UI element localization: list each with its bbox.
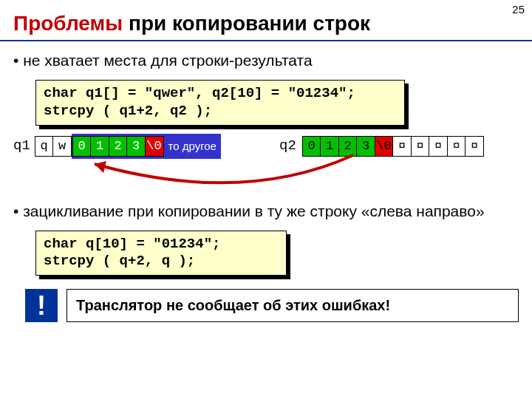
title-accent: Проблемы <box>13 12 123 35</box>
blue-text: то другое <box>168 140 216 152</box>
memory-cell: ¤ <box>411 136 430 157</box>
code-1-text: char q1[] = "qwer", q2[10] = "01234"; st… <box>35 80 405 126</box>
title-rest: при копировании строк <box>123 12 370 35</box>
memory-cell: ¤ <box>447 136 466 157</box>
svg-marker-0 <box>95 161 106 173</box>
title-divider <box>0 40 532 41</box>
code-box-2: char q[10] = "01234"; strcpy ( q+2, q ); <box>35 231 287 276</box>
warning-icon: ! <box>25 289 58 322</box>
page-number: 25 <box>512 3 525 16</box>
bullet-1: не хватает места для строки-результата <box>0 49 532 75</box>
bullet-2: зацикливание при копировании в ту же стр… <box>0 200 532 226</box>
memory-cell: ¤ <box>465 136 484 157</box>
code-box-1: char q1[] = "qwer", q2[10] = "01234"; st… <box>35 80 405 126</box>
warning-row: ! Транслятор не сообщает об этих ошибках… <box>25 289 519 322</box>
q1-label: q1 <box>13 137 30 154</box>
slide-title: Проблемы при копировании строк <box>0 0 532 40</box>
copy-arrow <box>50 154 405 186</box>
code-2-text: char q[10] = "01234"; strcpy ( q+2, q ); <box>35 231 287 276</box>
q2-label: q2 <box>279 137 296 154</box>
memory-cell: ¤ <box>429 136 448 157</box>
warning-text: Транслятор не сообщает об этих ошибках! <box>66 289 519 322</box>
memory-diagram: q1 qw 0123\0 то другое q2 0123\0¤¤¤¤¤ <box>13 136 519 188</box>
